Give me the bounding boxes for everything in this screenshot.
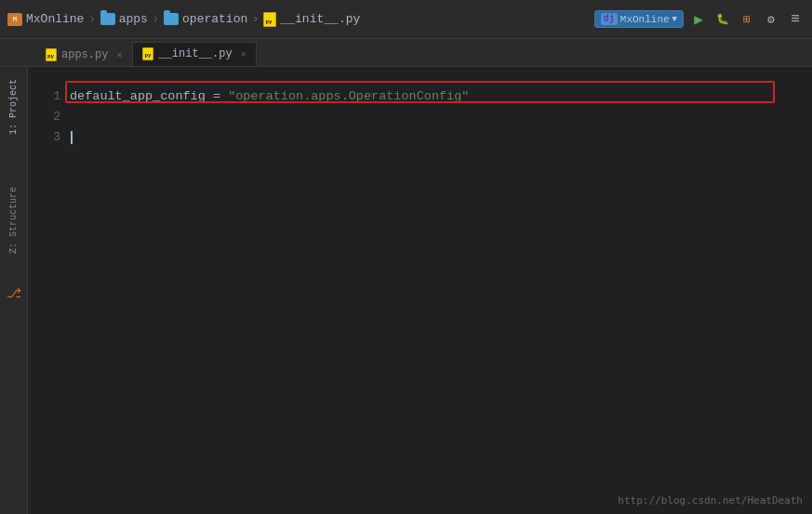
tabs-bar: apps.py ✕ __init__.py ✕ [0, 39, 812, 67]
sidebar-item-project[interactable]: 1: Project [7, 75, 20, 138]
left-sidebar: 1: Project Z: Structure ⎇ [0, 68, 28, 514]
code-token-var: default_app_config [70, 86, 206, 107]
dj-logo: dj [601, 13, 618, 25]
file-icon-init [263, 12, 276, 27]
tab-label-apps: apps.py [61, 48, 108, 61]
settings-button[interactable]: ⚙ [762, 10, 780, 29]
folder-icon-operation [164, 13, 179, 25]
top-bar: M MxOnline › apps › operation › __init__… [0, 0, 812, 39]
line-number-3: 3 [28, 127, 60, 148]
breadcrumb-label-init: __init__.py [280, 12, 360, 26]
code-token-string: "operation.apps.OperationConfig" [228, 86, 469, 107]
tab-apps-py[interactable]: apps.py ✕ [35, 42, 132, 66]
folder-icon-apps [100, 13, 115, 25]
breadcrumb-item-operation[interactable]: operation [164, 12, 247, 26]
code-line-2 [70, 107, 812, 127]
toolbar-right: dj MxOnline ▼ ▶ 🐛 ⊞ ⚙ ≡ [594, 10, 805, 29]
run-button[interactable]: ▶ [689, 10, 708, 29]
menu-button[interactable]: ≡ [786, 10, 805, 29]
breadcrumb-item-apps[interactable]: apps [100, 12, 148, 26]
breadcrumb-label-apps: apps [119, 12, 148, 26]
watermark: http://blog.csdn.net/HeatDeath [618, 494, 803, 507]
tab-init-py[interactable]: __init__.py ✕ [132, 42, 256, 66]
dropdown-arrow: ▼ [672, 15, 677, 24]
line-numbers: 1 2 3 [28, 68, 70, 514]
tab-close-init[interactable]: ✕ [241, 48, 246, 59]
breadcrumb-label-mxonline: MxOnline [26, 12, 84, 26]
breadcrumb-sep-2: › [153, 13, 159, 26]
editor-area: 1 2 3 default_app_config = "operation.ap… [28, 68, 812, 514]
tab-label-init: __init__.py [158, 47, 232, 60]
django-selector[interactable]: dj MxOnline ▼ [594, 10, 684, 28]
sidebar-item-structure[interactable]: Z: Structure [7, 183, 20, 257]
project-icon: M [7, 13, 22, 26]
code-token-op: = [206, 86, 228, 107]
code-content[interactable]: default_app_config = "operation.apps.Ope… [70, 68, 812, 514]
breadcrumb-sep-1: › [88, 13, 95, 26]
breadcrumb-sep-3: › [252, 13, 259, 26]
django-project-label: MxOnline [620, 14, 670, 25]
line-number-1: 1 [28, 86, 60, 107]
breadcrumb-item-init[interactable]: __init__.py [263, 12, 360, 27]
breadcrumb-item-mxonline[interactable]: M MxOnline [7, 12, 84, 26]
debug-button[interactable]: 🐛 [713, 10, 732, 29]
code-line-1: default_app_config = "operation.apps.Ope… [70, 86, 812, 107]
tab-close-apps[interactable]: ✕ [116, 49, 122, 60]
code-line-3 [70, 127, 812, 148]
breadcrumb: M MxOnline › apps › operation › __init__… [7, 12, 360, 27]
breadcrumb-label-operation: operation [182, 12, 247, 26]
coverage-button[interactable]: ⊞ [738, 10, 756, 29]
tab-icon-apps [46, 48, 57, 61]
line-number-2: 2 [28, 107, 60, 127]
text-cursor [71, 131, 73, 144]
tab-icon-init [142, 47, 153, 60]
sidebar-item-git[interactable]: ⎇ [5, 283, 23, 302]
